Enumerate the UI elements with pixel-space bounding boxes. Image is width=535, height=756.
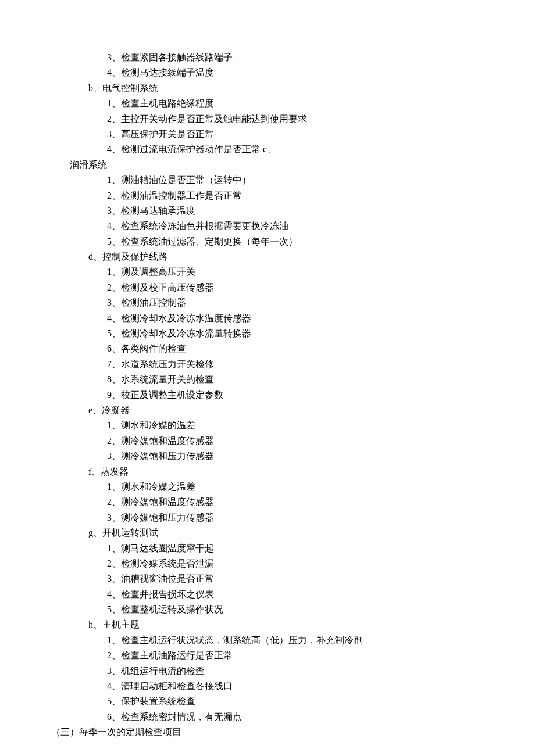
- text-line: 6、检查系统密封情况，有无漏点: [51, 710, 500, 725]
- text-line: 3、测冷媒饱和压力传感器: [51, 449, 500, 464]
- text-line: 4、检测马达接线端子温度: [51, 65, 500, 80]
- text-line: 2、检测冷媒系统是否泄漏: [51, 556, 500, 571]
- text-line: 3、机组运行电流的检查: [51, 664, 500, 679]
- text-line: 1、检查主机运行状况状态，测系统高（低）压力，补充制冷剂: [51, 633, 500, 648]
- text-line: 3、检测马达轴承温度: [51, 203, 500, 218]
- text-line: 1、测马达线圈温度窜干起: [51, 541, 500, 556]
- text-line: 2、测冷媒饱和温度传感器: [51, 495, 500, 510]
- text-line: 3、检查紧固各接触器线路端子: [51, 50, 500, 65]
- text-line: 5、检测冷却水及冷冻水流量转换器: [51, 326, 500, 341]
- text-line: 润滑系统: [51, 157, 500, 173]
- text-line: 7、水道系统压力开关检修: [51, 357, 500, 372]
- text-line: 1、测水和冷媒的温差: [51, 418, 500, 433]
- text-line: 2、主控开关动作是否正常及触电能达到使用要求: [51, 112, 500, 127]
- text-line: h、主机主题: [51, 617, 500, 632]
- text-line: d、控制及保护线路: [51, 249, 500, 264]
- text-line: 3、高压保护开关是否正常: [51, 127, 500, 142]
- text-line: 8、水系统流量开关的检查: [51, 372, 500, 387]
- text-line: 1、测水和冷媒之温差: [51, 479, 500, 495]
- text-line: 2、检测油温控制器工作是否正常: [51, 188, 500, 203]
- text-line: 1、测油糟油位是否正常（运转中）: [51, 173, 500, 188]
- text-line: 4、检查系统冷冻油色并根据需要更换冷冻油: [51, 218, 500, 234]
- text-line: 1、检查主机电路绝缘程度: [51, 96, 500, 111]
- text-line: 5、检查系统油过滤器、定期更换（每年一次）: [51, 234, 500, 249]
- text-line: 9、校正及调整主机设定参数: [51, 388, 500, 403]
- text-line: 1、测及调整高压开关: [51, 264, 500, 280]
- text-line: 4、检测过流电流保护器动作是否正常 c、: [51, 142, 500, 157]
- text-line: 3、油糟视窗油位是否正常: [51, 571, 500, 586]
- text-line: f、蒸发器: [51, 464, 500, 479]
- text-line: 3、测冷媒饱和压力传感器: [51, 510, 500, 525]
- text-line: 5、保护装置系统检查: [51, 694, 500, 709]
- text-line: 3、检测油压控制器: [51, 295, 500, 310]
- text-line: e、冷凝器: [51, 403, 500, 418]
- text-line: g、开机运转测试: [51, 525, 500, 540]
- text-line: 6、各类阀件的检查: [51, 341, 500, 356]
- text-line: 2、测冷媒饱和温度传感器: [51, 433, 500, 449]
- text-line: b、电气控制系统: [51, 81, 500, 96]
- text-line: 5、检查整机运转及操作状况: [51, 602, 500, 617]
- document-body: 3、检查紧固各接触器线路端子4、检测马达接线端子温度b、电气控制系统1、检查主机…: [51, 50, 500, 740]
- text-line: 4、检查并报告损坏之仪表: [51, 587, 500, 602]
- text-line: （三）每季一次的定期检查项目: [51, 725, 500, 740]
- text-line: 4、检测冷却水及冷冻水温度传感器: [51, 311, 500, 326]
- text-line: 2、检测及校正高压传感器: [51, 280, 500, 295]
- text-line: 2、检查主机油路运行是否正常: [51, 648, 500, 663]
- text-line: 4、清理启动柜和检查各接线口: [51, 679, 500, 694]
